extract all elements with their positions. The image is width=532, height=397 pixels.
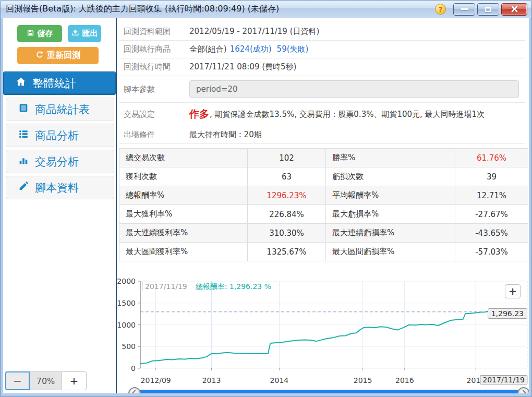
x-tick-label: 2012/09 <box>141 376 171 384</box>
stat-value-cell: 102 <box>248 149 326 167</box>
rerun-backtest-button[interactable]: 重新回測 <box>17 47 99 64</box>
zoom-level: 70% <box>30 371 62 390</box>
minus-icon: − <box>13 375 22 387</box>
backtest-report-window: 回測報告(Beta版): 大跌後的主力回頭收集 (執行時間:08:09:49) … <box>0 0 532 397</box>
rerun-backtest-label: 重新回測 <box>47 50 80 61</box>
zoom-out-button[interactable]: − <box>5 371 30 390</box>
stat-label-cell: 最大區間虧損率% <box>326 243 455 261</box>
refresh-icon <box>35 51 44 61</box>
exit-condition-value: 最大持有時間 : 20期 <box>189 130 262 140</box>
stat-label-cell: 最大連續虧損率% <box>326 224 455 243</box>
sidebar-item-label: 腳本資料 <box>35 181 79 195</box>
maximize-button[interactable] <box>477 3 499 16</box>
sidebar-item-trade-analysis[interactable]: 交易分析 <box>6 150 114 173</box>
y-tick-label: 2000 <box>117 277 136 285</box>
maximize-icon <box>485 7 491 12</box>
window-title: 回測報告(Beta版): 大跌後的主力回頭收集 (執行時間:08:09:49) … <box>6 4 435 15</box>
legend-date: 2017/11/19 <box>142 282 187 291</box>
bar-chart-icon <box>18 154 29 169</box>
stat-value-cell: 39 <box>455 167 528 186</box>
crosshair-date-label: 2017/11/19 <box>480 375 527 384</box>
y-tick-label: 1000 <box>117 321 136 329</box>
table-row: 總交易次數 102 勝率% 61.76% <box>119 149 528 167</box>
chevron-right-icon <box>518 388 529 394</box>
script-params-input[interactable] <box>189 80 519 98</box>
sidebar-item-symbol-analysis[interactable]: 商品分析 <box>6 124 114 147</box>
field-label: 出場條件 <box>124 130 189 140</box>
list-icon <box>18 128 29 142</box>
stats-table: 總交易次數 102 勝率% 61.76% 獲利次數 63 虧損次數 39 總報酬… <box>119 148 528 261</box>
pencil-icon <box>18 181 29 195</box>
stat-value-cell: 12.71% <box>455 186 528 205</box>
scrollbar-thumb[interactable] <box>134 390 525 393</box>
info-row-runtime: 回測執行時間 2017/11/21 08:09 (費時5秒) <box>119 58 525 76</box>
info-row-exit-condition: 出場條件 最大持有時間 : 20期 <box>119 126 525 144</box>
close-icon <box>511 5 518 13</box>
last-value-label: 1,296.23 <box>488 308 527 319</box>
minimize-button[interactable] <box>453 3 475 16</box>
stat-value-cell: 63 <box>248 167 326 186</box>
export-button-label: 匯出 <box>82 29 98 39</box>
export-icon <box>71 29 79 39</box>
stat-label-cell: 總交易次數 <box>119 149 248 167</box>
sidebar-item-symbol-stats-table[interactable]: 商品統計表 <box>6 98 114 121</box>
sidebar: 儲存 匯出 重新回測 整體統計 商品統計表 <box>3 18 117 393</box>
close-button[interactable] <box>501 3 527 16</box>
title-bar[interactable]: 回測報告(Beta版): 大跌後的主力回頭收集 (執行時間:08:09:49) … <box>1 1 531 18</box>
help-button[interactable]: ? <box>435 4 446 15</box>
home-icon <box>15 76 27 90</box>
data-range-value: 2012/05/19 - 2017/11/19 (日資料) <box>189 27 319 37</box>
x-tick-label: 2013 <box>202 376 221 384</box>
chart-zoom-in-button[interactable]: + <box>505 284 521 298</box>
scroll-left-button[interactable] <box>128 387 141 393</box>
stat-label-cell: 總報酬率% <box>119 186 248 205</box>
sidebar-item-label: 商品統計表 <box>35 102 90 117</box>
stat-label-cell: 獲利次數 <box>119 167 248 186</box>
window-controls <box>453 3 527 16</box>
x-axis-labels: 2012/0920132014201520162017 <box>140 376 527 386</box>
sidebar-actions: 儲存 匯出 重新回測 <box>3 18 116 64</box>
table-row: 總報酬率% 1296.23% 平均報酬率% 12.71% <box>119 186 528 205</box>
fail-count-link[interactable]: 59(失敗) <box>277 44 309 54</box>
info-row-script-params: 腳本參數 <box>119 76 525 103</box>
sidebar-item-overall-stats[interactable]: 整體統計 <box>3 71 116 95</box>
field-label: 回測資料範圍 <box>124 27 189 37</box>
x-tick-label: 2016 <box>395 376 414 384</box>
equity-chart: 0500100015002000 2017/11/19總報酬率: 1,296.2… <box>119 276 529 393</box>
stat-value-cell: 61.76% <box>455 149 528 167</box>
stat-value-cell: 226.84% <box>248 205 326 224</box>
sidebar-item-label: 整體統計 <box>32 76 76 91</box>
stat-value-cell: 310.30% <box>248 224 326 243</box>
stat-value-cell: -43.65% <box>455 224 528 243</box>
save-icon <box>27 29 34 39</box>
stat-label-cell: 平均報酬率% <box>326 186 455 205</box>
zoom-in-button[interactable]: + <box>62 371 87 390</box>
info-row-data-range: 回測資料範圍 2012/05/19 - 2017/11/19 (日資料) <box>119 23 525 41</box>
stat-value-cell: -57.03% <box>455 243 528 261</box>
y-axis-labels: 0500100015002000 <box>119 281 138 368</box>
x-tick-label: 2014 <box>270 376 289 384</box>
stat-label-cell: 虧損次數 <box>326 167 455 186</box>
chevron-left-icon <box>129 388 140 394</box>
y-tick-label: 500 <box>122 342 136 351</box>
field-label: 回測執行商品 <box>124 44 189 54</box>
field-label: 腳本參數 <box>124 85 189 94</box>
save-button[interactable]: 儲存 <box>17 25 62 42</box>
runtime-value: 2017/11/21 08:09 (費時5秒) <box>189 62 296 72</box>
window-content: 儲存 匯出 重新回測 整體統計 商品統計表 <box>3 18 529 393</box>
stat-value-cell: 1296.23% <box>248 186 326 205</box>
export-button[interactable]: 匯出 <box>68 25 101 42</box>
symbols-value: 全部(組合) <box>189 44 227 54</box>
scroll-right-button[interactable] <box>517 387 529 393</box>
trade-settings-value: , 期貨保證金成數13.5%, 交易費用 : 股票0.3%、期貨100元, 最大… <box>210 110 485 119</box>
report-panel: 回測資料範圍 2012/05/19 - 2017/11/19 (日資料) 回測執… <box>117 18 529 393</box>
sidebar-item-label: 交易分析 <box>35 154 79 169</box>
legend-series: 總報酬率: 1,296.23 % <box>196 282 271 291</box>
sidebar-item-script-data[interactable]: 腳本資料 <box>6 176 114 199</box>
info-row-symbols: 回測執行商品 全部(組合) 1624(成功) 59(失敗) <box>119 41 525 58</box>
success-count-link[interactable]: 1624(成功) <box>230 44 272 54</box>
plot-area[interactable]: 2017/11/19總報酬率: 1,296.23 % + 1,296.23 <box>140 281 527 368</box>
y-tick-label: 1500 <box>117 299 136 307</box>
info-row-trade-settings: 交易設定 作多 , 期貨保證金成數13.5%, 交易費用 : 股票0.3%、期貨… <box>119 103 525 126</box>
table-row: 最大獲利率% 226.84% 最大虧損率% -27.67% <box>119 205 528 224</box>
